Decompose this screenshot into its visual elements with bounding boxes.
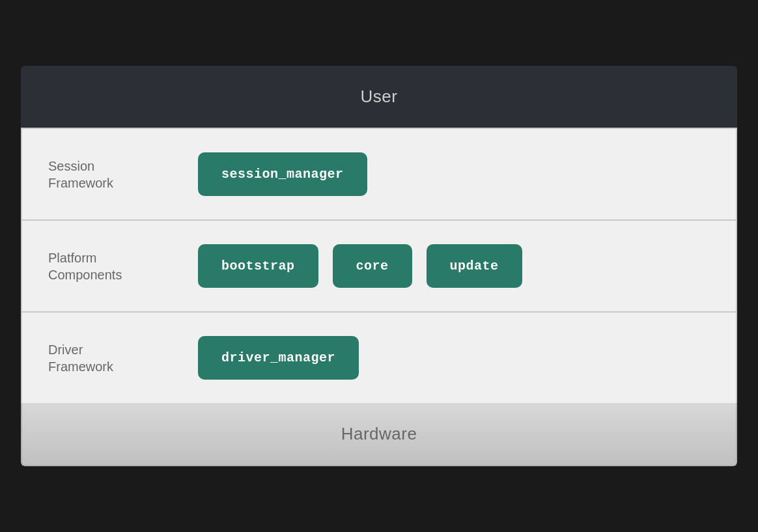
update-chip[interactable]: update bbox=[427, 244, 522, 288]
user-layer-label: User bbox=[361, 87, 398, 107]
session-framework-label: SessionFramework bbox=[48, 158, 172, 191]
driver-framework-row: DriverFramework driver_manager bbox=[22, 313, 736, 403]
core-chip[interactable]: core bbox=[333, 244, 412, 288]
middle-layers: SessionFramework session_manager Platfor… bbox=[21, 128, 737, 403]
hardware-layer: Hardware bbox=[21, 403, 737, 466]
driver-framework-label: DriverFramework bbox=[48, 341, 172, 375]
platform-components-row: PlatformComponents bootstrap core update bbox=[22, 221, 736, 313]
architecture-diagram: User SessionFramework session_manager Pl… bbox=[21, 66, 737, 466]
driver-manager-chip[interactable]: driver_manager bbox=[198, 336, 359, 380]
hardware-layer-label: Hardware bbox=[341, 424, 417, 444]
session-framework-components: session_manager bbox=[198, 152, 367, 196]
session-framework-row: SessionFramework session_manager bbox=[22, 128, 736, 221]
session-manager-chip[interactable]: session_manager bbox=[198, 152, 367, 196]
platform-components-list: bootstrap core update bbox=[198, 244, 522, 288]
user-layer: User bbox=[21, 66, 737, 128]
bootstrap-chip[interactable]: bootstrap bbox=[198, 244, 318, 288]
driver-framework-components: driver_manager bbox=[198, 336, 359, 380]
platform-components-label: PlatformComponents bbox=[48, 249, 172, 283]
